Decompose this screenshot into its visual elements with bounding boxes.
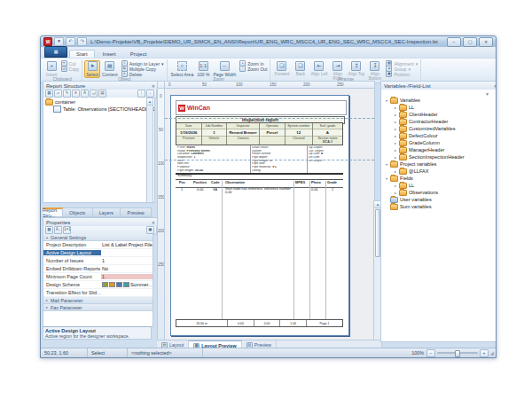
var-folder-contractorheader[interactable]: ▸ContractorHeader xyxy=(385,118,497,125)
copy-button[interactable]: ❏ Copy xyxy=(61,66,80,71)
back-button[interactable]: ❏ Back xyxy=(291,60,309,76)
tab-objects[interactable]: Objects xyxy=(63,207,93,217)
copy-icon: ❏ xyxy=(61,66,67,72)
var-section-project-variables[interactable]: ▾ Project variables xyxy=(385,160,497,168)
var-section-user-variables[interactable]: User variables xyxy=(385,196,497,203)
zoom-slider-thumb[interactable] xyxy=(455,350,460,357)
var-folder-managerheader[interactable]: ▸ManagerHeader xyxy=(385,146,497,153)
content-button[interactable]: ▤ Content xyxy=(100,60,120,78)
select-cursor-icon: ➤ xyxy=(88,61,98,71)
sort-icon[interactable]: A xyxy=(81,90,89,98)
var-folder-gradecolumn[interactable]: ▸GradeColumn xyxy=(385,139,497,146)
categorized-view-icon[interactable]: ▦ xyxy=(45,226,53,234)
var-section-variables[interactable]: ▾ Variables xyxy=(385,97,497,104)
property-description: Active Design Layout Active region for t… xyxy=(43,326,152,340)
page-width-button[interactable]: ↔ Page Width xyxy=(211,60,238,78)
assign-to-layer-button[interactable]: ≡ Assign to Layer▾ xyxy=(121,61,164,66)
delete-item-icon[interactable]: ✕ xyxy=(72,90,80,98)
property-row-active-design-layout[interactable]: Active Design Layout xyxy=(43,249,153,257)
var-section-sum-variables[interactable]: Sum variables xyxy=(385,203,497,210)
property-row[interactable]: Project Description List & Label Project… xyxy=(43,241,153,249)
field-folder-ll[interactable]: ▸LL xyxy=(385,182,497,189)
copy-item-icon[interactable]: ❏ xyxy=(90,90,98,98)
zoom-in-control-icon[interactable]: + xyxy=(480,349,489,357)
clipboard-icon[interactable]: ▤ xyxy=(98,90,106,98)
group-general-settings[interactable]: ▴General Settings xyxy=(43,234,153,241)
tab-insert[interactable]: Insert xyxy=(97,51,122,58)
zoom-level: 100% xyxy=(411,350,424,356)
wincan-logo-icon: W xyxy=(178,105,185,112)
var-folder-llfax[interactable]: ▸@LLFAX xyxy=(385,168,497,175)
scroll-up-icon[interactable]: ▲ xyxy=(147,98,153,106)
insert-button[interactable]: + Insert xyxy=(44,60,59,78)
tab-project[interactable]: Project xyxy=(124,51,153,58)
var-folder-sectioninspectionheader[interactable]: ▸SectionInspectionHeader xyxy=(385,153,497,160)
observation-row[interactable]: 1 0.00 SA Start node has reference; refe… xyxy=(176,188,343,195)
edit-icon[interactable]: ✎ xyxy=(63,90,71,98)
window-title: L:\Demo-Projekte\VB_Projekte\DEMO_UR_SIM… xyxy=(89,39,445,44)
ribbon-group-clipboard: + Insert ✂ Cut ❏ Copy Clipboard xyxy=(43,59,82,82)
property-row-minimum-page-count[interactable]: Minimum Page Count 1 xyxy=(43,273,153,281)
one-to-one-icon[interactable]: 1=1 xyxy=(63,226,71,234)
paste-icon[interactable]: ▱ xyxy=(54,90,62,98)
properties-close-icon[interactable]: ✕ xyxy=(152,220,155,225)
tree-child-label: Table: Observations [SECTIONHEADER2SECOB… xyxy=(63,106,155,112)
zoom-slider[interactable] xyxy=(437,352,478,354)
var-folder-defectcolour[interactable]: ▸DefectColour xyxy=(385,132,497,139)
report-structure-scrollbar[interactable]: ▲ xyxy=(146,98,153,203)
select-button[interactable]: ➤ Select xyxy=(84,60,100,78)
zoom-100-button[interactable]: 1:1 100 % xyxy=(195,60,211,78)
property-row[interactable]: Number of Issues 1 xyxy=(43,257,153,265)
group-fax-parameter[interactable]: ▸Fax Parameter xyxy=(43,304,153,311)
file-menu-button[interactable]: ▦ xyxy=(44,46,67,58)
status-mode: Select xyxy=(88,348,128,357)
sort-az-icon[interactable]: A↓ xyxy=(54,226,62,234)
new-element-icon[interactable]: ▦ xyxy=(45,90,53,98)
var-folder-customizedvariables[interactable]: ▸CustomizedVariables xyxy=(385,125,497,132)
resize-grip[interactable]: ◢ xyxy=(489,350,496,356)
report-structure-close-icon[interactable]: ✕ xyxy=(152,83,155,89)
align-right-icon: ⇥ xyxy=(332,61,342,71)
redo-icon[interactable]: ↷ xyxy=(77,37,87,46)
property-row[interactable]: Transition Effect for Slid... xyxy=(43,289,153,297)
report-page[interactable]: W WinCan Inspection report Date 1/19/203… xyxy=(170,95,349,336)
table-column-rule xyxy=(222,181,223,319)
save-icon[interactable]: ▼ xyxy=(54,37,64,46)
title-bar: W ▼ ↶ ↷ L:\Demo-Projekte\VB_Projekte\DEM… xyxy=(41,36,496,47)
field-folder-observations[interactable]: ▸Observations xyxy=(385,189,497,196)
property-row-design-scheme[interactable]: Design Scheme Summer... xyxy=(43,281,153,289)
minimize-button[interactable]: – xyxy=(447,37,461,47)
undo-icon[interactable]: ↶ xyxy=(66,37,75,46)
var-folder-ll[interactable]: ▸LL xyxy=(385,104,497,111)
tab-report-structure[interactable]: Report Stru... xyxy=(43,207,63,217)
align-left-button[interactable]: ⇤ Align Left xyxy=(309,60,328,76)
property-help-icon[interactable]: ▣ xyxy=(146,226,154,234)
forward-button[interactable]: ❏ Forward xyxy=(272,60,291,76)
close-button[interactable]: ✕ xyxy=(479,37,493,47)
design-canvas[interactable]: W WinCan Inspection report Date 1/19/203… xyxy=(164,88,375,341)
tree-item-table-observations[interactable]: Table: Observations [SECTIONHEADER2SECOB… xyxy=(45,106,154,113)
group-mail-parameter[interactable]: ▸Mail Parameter xyxy=(43,297,153,304)
var-section-fields[interactable]: ▾ Fields xyxy=(385,175,497,182)
zoom-out-button[interactable]: − Zoom Out xyxy=(239,66,267,71)
align-top-icon: ↥ xyxy=(351,61,361,71)
scheme-chip-teal xyxy=(123,282,129,287)
move-up-icon[interactable]: ↑ xyxy=(137,90,145,98)
ribbon-group-arrange: ❏ Forward ❏ Back ⇤ Align Left ⇥ Align Ri… xyxy=(270,59,421,82)
var-folder-clientheader[interactable]: ▸ClientHeader xyxy=(385,111,497,118)
tree-item-container[interactable]: container xyxy=(45,98,154,106)
variables-panel-close-icon[interactable]: ✕ xyxy=(494,83,497,89)
select-area-button[interactable]: ⌕ Select Area xyxy=(169,60,196,78)
move-down-icon[interactable]: ↓ xyxy=(146,90,154,98)
tab-preview[interactable]: Preview xyxy=(121,207,152,217)
tab-start[interactable]: Start xyxy=(69,50,95,58)
status-bar: 50.23, 1.60 Select <nothing selected> 10… xyxy=(41,348,496,357)
status-selection: <nothing selected> xyxy=(128,348,203,357)
tab-layers[interactable]: Layers xyxy=(93,207,121,217)
maximize-button[interactable]: ▢ xyxy=(463,37,477,47)
hruler-150: 150 xyxy=(270,82,277,87)
zoom-out-control-icon[interactable]: − xyxy=(426,349,435,357)
property-row[interactable]: Embed Drilldown Reports No xyxy=(43,265,153,273)
multiple-copy-button[interactable]: ⧉ Multiple Copy xyxy=(121,66,164,71)
align-top-button[interactable]: ↥ Align Top xyxy=(347,60,365,76)
